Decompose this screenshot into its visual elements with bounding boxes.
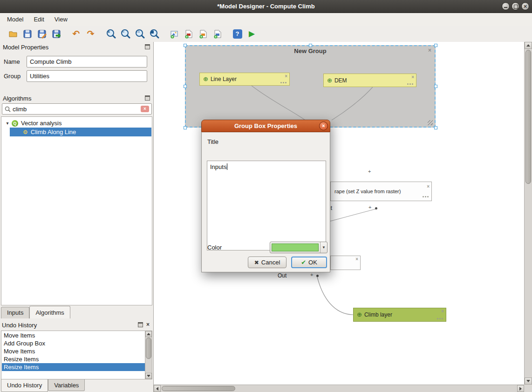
cancel-button[interactable]: ✖ Cancel — [248, 257, 286, 268]
undo-button[interactable]: ↶ — [69, 27, 83, 41]
float-panel-icon[interactable] — [145, 95, 150, 101]
selection-handle[interactable] — [309, 44, 312, 47]
redo-button[interactable]: ↷ — [83, 27, 98, 41]
tab-variables[interactable]: Variables — [48, 379, 85, 391]
expand-plus-label[interactable]: + — [368, 169, 371, 174]
socket-dot[interactable] — [316, 275, 319, 277]
remove-node-icon[interactable]: × — [441, 309, 444, 314]
scroll-up-button[interactable] — [525, 42, 532, 49]
input-plus-icon: ⊕ — [327, 77, 332, 84]
comment-dots-icon[interactable] — [407, 83, 414, 85]
undo-list-item-selected[interactable]: Resize Items — [2, 363, 152, 371]
selection-handle[interactable] — [184, 44, 187, 47]
comment-dots-icon[interactable] — [437, 318, 443, 319]
socket-dot[interactable] — [375, 207, 377, 210]
expander-icon[interactable]: ▾ — [4, 121, 11, 126]
export-pdf-button[interactable] — [181, 27, 196, 41]
remove-node-icon[interactable]: × — [427, 184, 430, 189]
ok-button[interactable]: ✔ OK — [291, 257, 327, 268]
scroll-right-button[interactable] — [517, 385, 524, 392]
color-picker-combo[interactable]: ▼ — [270, 242, 327, 253]
name-input[interactable] — [27, 56, 147, 68]
menu-model[interactable]: Model — [2, 14, 28, 25]
group-box-title: New Group — [186, 47, 435, 54]
node-line-layer[interactable]: ⊕ Line Layer × — [199, 73, 290, 86]
open-model-button[interactable] — [6, 27, 20, 41]
help-button[interactable]: ? — [230, 27, 245, 41]
scroll-up-button[interactable] — [145, 331, 152, 337]
save-model-button[interactable] — [20, 27, 34, 41]
dialog-close-button[interactable]: × — [319, 122, 328, 130]
scrollbar-corner — [524, 385, 532, 392]
undo-list-item[interactable]: Move Items — [2, 331, 144, 339]
tab-algorithms[interactable]: Algorithms — [29, 306, 70, 318]
color-swatch[interactable] — [272, 243, 319, 251]
selection-handle[interactable] — [184, 85, 187, 88]
comment-dots-icon[interactable] — [280, 82, 287, 83]
undo-history-header: Undo History — [2, 322, 37, 329]
node-drape[interactable]: rape (set Z value from raster) × — [330, 182, 432, 201]
close-panel-icon[interactable]: × — [146, 322, 150, 327]
tab-undo-history[interactable]: Undo History — [1, 379, 48, 392]
remove-node-icon[interactable]: × — [285, 74, 287, 79]
scrollbar-thumb[interactable] — [525, 50, 531, 184]
clear-search-icon[interactable]: × — [141, 106, 149, 112]
scroll-left-button[interactable] — [154, 385, 161, 392]
tree-group-vector-analysis[interactable]: ▾ Q Vector analysis — [1, 119, 152, 128]
node-dem[interactable]: ⊕ DEM × — [323, 74, 416, 87]
float-panel-icon[interactable] — [145, 44, 150, 49]
scroll-down-button[interactable] — [525, 378, 532, 385]
group-input[interactable] — [27, 70, 147, 82]
resize-grip-icon[interactable] — [428, 120, 433, 125]
zoom-actual-button[interactable]: 1:1 — [132, 27, 147, 41]
menu-view[interactable]: View — [49, 14, 73, 25]
dropdown-arrow-icon[interactable]: ▼ — [320, 242, 327, 253]
algorithm-tree[interactable]: ▾ Q Vector analysis ⚙ Climb Along Line — [1, 116, 152, 305]
undo-history-list[interactable]: Move Items Add Group Box Move Items Resi… — [1, 331, 152, 379]
zoom-in-button[interactable]: + — [103, 27, 118, 41]
comment-dots-icon[interactable] — [423, 196, 429, 197]
remove-node-icon[interactable]: × — [411, 74, 414, 80]
canvas-vertical-scrollbar[interactable] — [524, 42, 532, 385]
node-partial[interactable]: × — [330, 256, 361, 270]
scrollbar-thumb[interactable] — [162, 386, 235, 391]
title-textarea[interactable]: Inputs — [207, 161, 326, 250]
zoom-out-button[interactable]: − — [118, 27, 132, 41]
minimize-button[interactable] — [502, 2, 510, 10]
selection-handle[interactable] — [434, 85, 437, 88]
save-model-as-button[interactable] — [34, 27, 49, 41]
export-svg-button[interactable] — [196, 27, 210, 41]
remove-node-icon[interactable]: × — [355, 257, 358, 262]
remove-group-icon[interactable]: × — [428, 47, 431, 54]
close-button[interactable] — [521, 2, 529, 10]
scroll-down-button[interactable] — [145, 373, 152, 379]
menu-edit[interactable]: Edit — [28, 14, 49, 25]
expand-plus-label[interactable]: + — [310, 272, 313, 277]
tree-item-climb-along-line[interactable]: ⚙ Climb Along Line — [10, 128, 151, 136]
expand-plus-label[interactable]: + — [368, 204, 371, 210]
export-model-button[interactable] — [49, 27, 63, 41]
selection-handle[interactable] — [184, 126, 187, 129]
search-input[interactable] — [13, 106, 139, 113]
cancel-button-label: Cancel — [261, 259, 280, 266]
ok-icon: ✔ — [301, 259, 306, 266]
run-model-button[interactable]: ▶ — [245, 27, 259, 41]
export-image-button[interactable] — [167, 27, 181, 41]
undo-scrollbar[interactable] — [145, 331, 152, 379]
tab-inputs[interactable]: Inputs — [1, 307, 29, 318]
canvas-horizontal-scrollbar[interactable] — [154, 385, 524, 392]
maximize-button[interactable] — [512, 2, 519, 10]
undo-list-item[interactable]: Add Group Box — [2, 339, 144, 347]
float-panel-icon[interactable] — [138, 322, 143, 327]
selection-handle[interactable] — [434, 126, 437, 129]
node-climb-layer[interactable]: ⊕ Climb layer × — [353, 308, 446, 322]
dialog-titlebar[interactable]: Group Box Properties — [201, 120, 330, 132]
node-label: Line Layer — [211, 76, 237, 82]
zoom-full-button[interactable] — [147, 27, 161, 41]
undo-list-item[interactable]: Resize Items — [2, 355, 144, 363]
undo-list-item[interactable]: Move Items — [2, 347, 144, 355]
window-titlebar[interactable]: *Model Designer - Compute Climb — [0, 0, 532, 13]
selection-handle[interactable] — [434, 44, 437, 47]
export-script-button[interactable] — [210, 27, 225, 41]
scrollbar-thumb[interactable] — [146, 338, 151, 359]
